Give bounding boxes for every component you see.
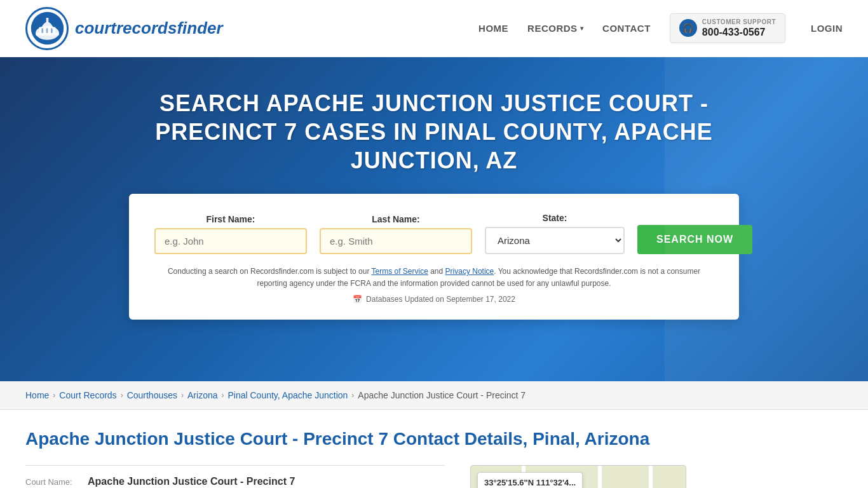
last-name-input[interactable] <box>320 228 472 254</box>
page-heading: Apache Junction Justice Court - Precinct… <box>25 429 843 449</box>
svg-rect-4 <box>36 33 59 36</box>
svg-rect-3 <box>46 18 48 22</box>
map-coords: 33°25'15.6"N 111°32'4... <box>484 478 576 487</box>
breadcrumb-pinal-apache[interactable]: Pinal County, Apache Junction <box>227 390 348 400</box>
nav-login[interactable]: LOGIN <box>811 23 843 34</box>
last-name-group: Last Name: <box>320 214 472 254</box>
chevron-down-icon: ▾ <box>580 25 584 32</box>
breadcrumb-sep-2: › <box>121 391 123 400</box>
headset-icon: 🎧 <box>679 19 697 37</box>
svg-rect-7 <box>51 29 53 33</box>
hero-section: SEARCH APACHE JUNCTION JUSTICE COURT - P… <box>0 57 868 381</box>
court-name-row: Court Name: Apache Junction Justice Cour… <box>25 465 445 488</box>
support-label: CUSTOMER SUPPORT <box>702 18 776 26</box>
svg-rect-6 <box>46 29 48 33</box>
map-tooltip: 33°25'15.6"N 111°32'4... View larger map <box>477 472 583 488</box>
breadcrumb-arizona[interactable]: Arizona <box>187 390 217 400</box>
support-box[interactable]: 🎧 CUSTOMER SUPPORT 800-433-0567 <box>670 13 785 44</box>
map-container: E Superstition Blvd Pinal CountyRecorder… <box>470 465 686 488</box>
breadcrumb: Home › Court Records › Courthouses › Ari… <box>0 381 868 410</box>
state-label: State: <box>485 213 625 223</box>
map-road-v3 <box>649 466 653 488</box>
breadcrumb-sep-1: › <box>53 391 55 400</box>
logo-icon <box>25 7 69 50</box>
first-name-group: First Name: <box>154 214 307 254</box>
nav-contact[interactable]: CONTACT <box>602 23 651 34</box>
db-updated-text: Databases Updated on September 17, 2022 <box>366 295 515 304</box>
search-fields: First Name: Last Name: State: Arizona Al… <box>154 213 714 254</box>
nav-records[interactable]: RECORDS ▾ <box>527 23 583 34</box>
header: courtrecordsfinder HOME RECORDS ▾ CONTAC… <box>0 0 868 57</box>
main-nav: HOME RECORDS ▾ CONTACT 🎧 CUSTOMER SUPPOR… <box>478 13 843 44</box>
logo-text: courtrecordsfinder <box>75 18 223 38</box>
state-select[interactable]: Arizona Alabama Alaska California Colora… <box>485 227 625 254</box>
breadcrumb-home[interactable]: Home <box>25 390 49 400</box>
logo-area: courtrecordsfinder <box>25 7 478 50</box>
svg-rect-5 <box>41 29 43 33</box>
calendar-icon: 📅 <box>353 295 362 304</box>
court-name-label: Court Name: <box>25 477 83 487</box>
court-name-value: Apache Junction Justice Court - Precinct… <box>88 476 295 487</box>
first-name-input[interactable] <box>154 228 307 254</box>
breadcrumb-court-records[interactable]: Court Records <box>59 390 116 400</box>
support-text: CUSTOMER SUPPORT 800-433-0567 <box>702 18 776 39</box>
state-group: State: Arizona Alabama Alaska California… <box>485 213 625 254</box>
breadcrumb-sep-5: › <box>351 391 354 400</box>
search-disclaimer: Conducting a search on Recordsfinder.com… <box>154 266 714 290</box>
breadcrumb-sep-3: › <box>181 391 184 400</box>
breadcrumb-current: Apache Junction Justice Court - Precinct… <box>358 390 526 400</box>
support-number: 800-433-0567 <box>702 26 776 39</box>
search-card: First Name: Last Name: State: Arizona Al… <box>129 194 739 320</box>
db-updated: 📅 Databases Updated on September 17, 202… <box>154 295 714 304</box>
hero-title: SEARCH APACHE JUNCTION JUSTICE COURT - P… <box>148 89 720 175</box>
details-map-row: Court Name: Apache Junction Justice Cour… <box>25 465 843 488</box>
search-button[interactable]: SEARCH NOW <box>637 225 752 254</box>
first-name-label: First Name: <box>154 214 307 224</box>
privacy-link[interactable]: Privacy Notice <box>445 267 494 276</box>
details-section: Court Name: Apache Junction Justice Cour… <box>25 465 445 488</box>
main-content: Apache Junction Justice Court - Precinct… <box>0 410 868 488</box>
breadcrumb-courthouses[interactable]: Courthouses <box>127 390 177 400</box>
breadcrumb-sep-4: › <box>221 391 224 400</box>
nav-home[interactable]: HOME <box>478 23 508 34</box>
terms-link[interactable]: Terms of Service <box>372 267 428 276</box>
map-road-v2 <box>598 466 602 488</box>
last-name-label: Last Name: <box>320 214 472 224</box>
map-section: E Superstition Blvd Pinal CountyRecorder… <box>470 465 686 488</box>
